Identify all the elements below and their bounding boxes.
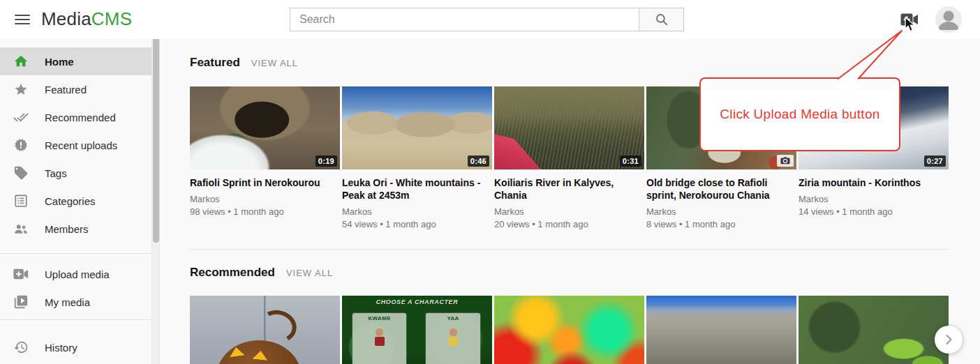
video-author[interactable]: Markos	[799, 194, 949, 204]
sidebar-item-upload-media[interactable]: Upload media	[0, 260, 151, 288]
sidebar-item-label: Recent uploads	[45, 139, 117, 151]
hamburger-icon	[15, 12, 30, 27]
categories-icon	[13, 193, 29, 208]
magnifier-icon	[655, 13, 669, 26]
recommended-view-all-link[interactable]: VIEW ALL	[286, 268, 333, 278]
star-icon	[13, 82, 29, 97]
mouse-cursor	[904, 17, 918, 33]
video-card: CHOOSE A CHARACTER KWAME Selected YAA Se…	[342, 296, 492, 364]
video-meta: 20 views • 1 month ago	[494, 219, 644, 229]
sidebar-item-label: Featured	[45, 84, 87, 96]
video-author[interactable]: Markos	[190, 194, 340, 204]
home-icon	[13, 54, 29, 69]
upload-media-icon	[13, 266, 29, 282]
sidebar-item-history[interactable]: History	[0, 333, 151, 361]
duration-badge: 0:46	[468, 156, 489, 167]
sidebar-scrollbar-thumb[interactable]	[153, 33, 159, 243]
sidebar-item-recent-uploads[interactable]: Recent uploads	[0, 131, 151, 159]
user-avatar[interactable]	[935, 6, 962, 33]
camera-icon	[780, 157, 790, 165]
video-card: 0:19 Rafioli Sprint in Nerokourou Markos…	[190, 86, 340, 229]
annotation-text: Click Upload Media button	[720, 107, 879, 122]
video-meta: 8 views • 1 month ago	[646, 219, 796, 229]
video-meta: 98 views • 1 month ago	[190, 206, 340, 217]
video-title[interactable]: Ziria mountain - Korinthos	[799, 176, 949, 189]
sidebar-item-label: Upload media	[45, 268, 110, 280]
search-button[interactable]	[639, 8, 683, 31]
section-title-recommended: Recommended	[190, 266, 275, 280]
app-logo[interactable]: MediaCMS	[41, 8, 132, 30]
game-character-name: YAA	[426, 315, 480, 321]
video-thumbnail[interactable]: 0:19	[190, 86, 340, 169]
video-card: 0:46 Leuka Ori - White mountains - Peak …	[342, 86, 492, 229]
video-thumbnail[interactable]	[190, 296, 340, 364]
game-heading-text: CHOOSE A CHARACTER	[342, 298, 492, 305]
featured-section-header: Featured VIEW ALL	[190, 56, 298, 70]
annotation-callout: Click Upload Media button	[699, 77, 900, 151]
video-meta: 54 views • 1 month ago	[342, 219, 492, 229]
pumpkin-body	[217, 340, 301, 364]
game-character-name: KWAME	[352, 315, 406, 321]
section-divider	[190, 249, 949, 250]
sidebar-item-label: Recommended	[45, 112, 116, 123]
video-thumbnail[interactable]: 0:31	[494, 86, 644, 169]
duration-badge: 0:19	[315, 156, 337, 167]
sidebar-item-label: Home	[45, 56, 74, 68]
section-title-featured: Featured	[190, 56, 240, 70]
person-icon	[935, 6, 962, 33]
video-card	[646, 296, 796, 364]
recommended-row: CHOOSE A CHARACTER KWAME Selected YAA Se…	[190, 296, 949, 364]
sidebar-item-categories[interactable]: Categories	[0, 187, 151, 215]
video-thumbnail[interactable]: CHOOSE A CHARACTER KWAME Selected YAA Se…	[342, 296, 492, 364]
video-title[interactable]: Koiliaris River in Kalyves, Chania	[494, 176, 644, 202]
video-author[interactable]: Markos	[646, 206, 796, 217]
video-library-icon	[13, 294, 29, 310]
sidebar-item-label: Members	[45, 223, 89, 235]
duration-badge: 0:31	[620, 156, 641, 167]
sidebar-item-label: Tags	[45, 167, 67, 179]
double-check-icon	[13, 109, 29, 125]
video-author[interactable]: Markos	[342, 206, 492, 217]
annotation-pointer	[831, 28, 907, 82]
sidebar-item-label: Categories	[45, 195, 96, 207]
featured-view-all-link[interactable]: VIEW ALL	[251, 58, 298, 68]
carousel-next-button[interactable]	[935, 326, 963, 354]
video-card	[799, 296, 949, 364]
hamburger-menu-button[interactable]	[8, 6, 36, 33]
sidebar-item-my-media[interactable]: My media	[0, 288, 151, 316]
sidebar-item-tags[interactable]: Tags	[0, 159, 151, 187]
sidebar-item-label: History	[45, 342, 77, 354]
sidebar-item-home[interactable]: Home	[0, 47, 151, 75]
search-input[interactable]	[290, 8, 639, 31]
duration-badge: 0:27	[924, 156, 946, 167]
sidebar: Home Featured Recommended Recent uploads	[0, 39, 152, 364]
video-title[interactable]: Old bridge close to Rafioli sprint, Nero…	[646, 176, 796, 202]
new-releases-icon	[13, 137, 29, 153]
game-character-sprite	[374, 328, 385, 349]
logo-media: Media	[41, 8, 91, 29]
search-bar	[290, 8, 684, 31]
chevron-right-icon	[940, 331, 957, 348]
sidebar-divider	[0, 253, 152, 254]
sidebar-item-recommended[interactable]: Recommended	[0, 103, 151, 131]
history-icon	[13, 340, 29, 355]
game-character-panel: KWAME Selected	[352, 313, 406, 364]
video-thumbnail[interactable]	[646, 296, 796, 364]
video-meta: 14 views • 1 month ago	[799, 206, 949, 217]
sidebar-item-label: My media	[45, 296, 90, 308]
video-title[interactable]: Leuka Ori - White mountains - Peak at 24…	[342, 176, 492, 202]
recommended-section-header: Recommended VIEW ALL	[190, 266, 333, 280]
video-author[interactable]: Markos	[494, 206, 644, 217]
video-thumbnail[interactable]: 0:46	[342, 86, 492, 169]
video-thumbnail[interactable]	[799, 296, 949, 364]
members-icon	[13, 221, 29, 236]
video-thumbnail[interactable]	[494, 296, 644, 364]
game-character-sprite	[447, 328, 459, 349]
video-title[interactable]: Rafioli Sprint in Nerokourou	[190, 176, 340, 189]
video-card: 0:31 Koiliaris River in Kalyves, Chania …	[494, 86, 644, 229]
game-character-panel: YAA Select	[426, 313, 480, 364]
sidebar-divider	[0, 319, 152, 320]
sidebar-item-featured[interactable]: Featured	[0, 75, 151, 103]
sidebar-item-members[interactable]: Members	[0, 215, 151, 243]
tag-icon	[13, 165, 29, 181]
